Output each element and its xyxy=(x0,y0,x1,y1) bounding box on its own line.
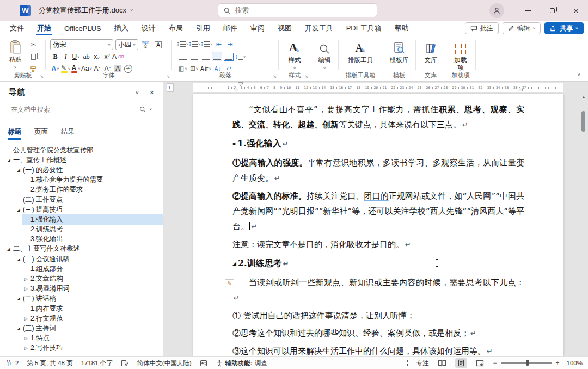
font-name-select[interactable]: 仿宋˅ xyxy=(50,39,113,50)
print-layout-button[interactable] xyxy=(455,358,467,368)
heading-marker-icon[interactable]: ▪ xyxy=(232,141,236,146)
collapse-triangle-icon[interactable]: ◢ xyxy=(14,326,23,331)
zoom-percentage[interactable]: 100% xyxy=(567,360,583,366)
nav-item[interactable]: 1.内在要求 xyxy=(22,304,163,313)
minimize-button[interactable] xyxy=(516,0,540,21)
phonetic-guide-button[interactable]: wén文 xyxy=(140,40,151,50)
font-dialog-launcher-icon[interactable]: ↘ xyxy=(166,74,170,79)
nav-item[interactable]: ◢二、主要写作文种概述 xyxy=(4,244,163,254)
expand-triangle-icon[interactable]: ▷ xyxy=(22,286,30,291)
nav-search-chevron-icon[interactable]: ˅ xyxy=(149,107,152,112)
numbering-button[interactable]: ˅ xyxy=(189,39,200,49)
strikethrough-button[interactable]: ab xyxy=(81,52,91,61)
font-size-select[interactable]: 小四˅ xyxy=(115,39,138,50)
zoom-in-button[interactable]: + xyxy=(556,359,560,367)
doc-paragraph[interactable]: “文似看山不喜平”，要提高文字工作能力，需抓住积累、思考、观察、实践、交流、转化… xyxy=(232,102,524,133)
horizontal-ruler[interactable]: 1234567891011121314151617181920212223242… xyxy=(193,83,564,92)
nav-item[interactable]: 3.强化输出 xyxy=(22,235,163,244)
ribbon-tab-OfficePLUS[interactable]: OfficePLUS xyxy=(58,21,108,36)
share-button[interactable]: 共享 ˅ xyxy=(544,22,584,34)
language-indicator[interactable]: 简体中文(中国大陆) xyxy=(137,359,192,367)
scroll-up-arrow-icon[interactable]: ▴ xyxy=(580,95,587,99)
styles-dialog-launcher-icon[interactable]: ↘ xyxy=(304,74,308,79)
tracked-change-icon[interactable]: ✎ xyxy=(225,279,234,287)
collapse-triangle-icon[interactable]: ◢ xyxy=(14,296,23,301)
copy-button[interactable] xyxy=(28,52,39,61)
align-right-button[interactable] xyxy=(200,52,211,61)
doc-paragraph[interactable]: 当读到或听到一些新观点、新知识或主要内容的时候，需要思考以下几点：↵ xyxy=(232,275,524,306)
nav-item[interactable]: ▷1.特点 xyxy=(22,334,163,343)
line-spacing-button[interactable]: ↕˅ xyxy=(235,52,246,61)
expand-triangle-icon[interactable]: ▷ xyxy=(22,346,30,350)
paste-button[interactable]: 粘贴 ˅ xyxy=(4,40,26,70)
doc-paragraph[interactable]: 注意：读完文章不是目的，消化吸收才是目的。↵ xyxy=(232,237,524,253)
nav-tab-标题[interactable]: 标题 xyxy=(8,127,21,140)
doc-paragraph[interactable]: ①提高输入的强度。平常有意识地积累，多读书学习、多观察生活，从而让量变产生质变。… xyxy=(232,155,524,186)
page-indicator[interactable]: 第 5 页, 共 48 页 xyxy=(27,359,72,367)
proofing-status-icon[interactable] xyxy=(121,359,129,367)
editing-mode-button[interactable]: 编辑 ˅ xyxy=(503,22,541,34)
nav-tab-页面[interactable]: 页面 xyxy=(34,127,48,140)
scrollbar-thumb[interactable] xyxy=(581,111,585,132)
bullets-button[interactable]: ˅ xyxy=(177,39,188,49)
ribbon-tab-PDF工具箱[interactable]: PDF工具箱 xyxy=(340,21,388,36)
nav-item[interactable]: 公共管理学院分党校宣传部 xyxy=(4,145,163,155)
nav-item[interactable]: (二) 工作要点 xyxy=(14,195,163,205)
account-avatar[interactable] xyxy=(489,3,504,18)
title-dropdown-chevron-icon[interactable]: ˅ xyxy=(130,8,133,13)
align-center-button[interactable] xyxy=(189,52,199,61)
nav-item[interactable]: 2.党务工作的要求 xyxy=(22,185,163,195)
doc-paragraph[interactable]: ②思考这个知识和过去的哪些知识、经验、案例类似，或是相反；↵ xyxy=(232,325,524,341)
collapse-triangle-icon[interactable]: ◢ xyxy=(4,247,13,251)
superscript-button[interactable]: x² xyxy=(102,52,112,61)
ribbon-tab-插入[interactable]: 插入 xyxy=(108,21,135,36)
ribbon-tab-引用[interactable]: 引用 xyxy=(189,21,217,36)
section-indicator[interactable]: 节: 2 xyxy=(5,359,19,367)
nav-item[interactable]: ▷2.文章结构 xyxy=(22,274,163,284)
doc-paragraph[interactable]: ②提高输入的标准。持续关注党口、团口的正规网站或文件，如“人民网”“中国共产党新… xyxy=(232,188,524,235)
nav-item[interactable]: ◢一、宣传工作概述 xyxy=(4,155,163,165)
nav-search-box[interactable]: ˅ xyxy=(7,103,156,115)
collapse-triangle-icon[interactable]: ◢ xyxy=(14,168,23,173)
nav-item[interactable]: 2.训练思考 xyxy=(22,225,163,235)
nav-item[interactable]: ◢(一) 的必要性 xyxy=(14,165,163,175)
cut-button[interactable]: ✂ xyxy=(28,40,39,50)
ribbon-tab-开始[interactable]: 开始 xyxy=(30,21,58,36)
doc-heading[interactable]: ▪1.强化输入↵ xyxy=(232,137,524,151)
nav-item[interactable]: ▷2.写作技巧 xyxy=(22,343,163,353)
character-border-button[interactable]: A xyxy=(153,40,163,50)
align-left-button[interactable] xyxy=(177,52,188,61)
comments-button[interactable]: 批注 xyxy=(465,22,499,34)
doc-paragraph[interactable]: ① 尝试用自己的话把这件事说清楚，让别人听懂； xyxy=(232,308,524,323)
zoom-slider-thumb[interactable] xyxy=(526,360,529,366)
nav-item[interactable]: 1.核心竞争力提升的需要 xyxy=(22,175,163,185)
ribbon-tab-文件[interactable]: 文件 xyxy=(3,21,30,36)
doc-heading[interactable]: ◢2.训练思考↵ xyxy=(232,256,524,271)
nav-item[interactable]: ◢(三) 提高技巧 xyxy=(14,205,163,214)
ribbon-tab-邮件[interactable]: 邮件 xyxy=(217,21,244,36)
nav-item[interactable]: ◢(一) 会议通讯稿 xyxy=(14,254,163,264)
heading-marker-icon[interactable]: ◢ xyxy=(232,261,236,266)
ribbon-tab-视图[interactable]: 视图 xyxy=(271,21,298,36)
nav-tab-结果[interactable]: 结果 xyxy=(61,127,75,140)
accessibility-status[interactable]: 辅助功能:调查 xyxy=(216,359,268,367)
zoom-out-button[interactable]: − xyxy=(493,359,497,367)
collapse-triangle-icon[interactable]: ◢ xyxy=(4,158,13,163)
search-input[interactable] xyxy=(235,7,371,14)
decrease-indent-button[interactable]: ⇤ xyxy=(213,39,224,49)
macro-record-icon[interactable] xyxy=(200,359,208,367)
nav-item[interactable]: ◢(三) 主持词 xyxy=(14,323,163,333)
vertical-scrollbar[interactable]: ▴ xyxy=(580,94,587,355)
editing-button[interactable]: 编辑 ˅ xyxy=(310,36,339,81)
ribbon-tab-帮助[interactable]: 帮助 xyxy=(388,21,415,36)
nav-pane-chevron-icon[interactable]: ˅ xyxy=(135,89,138,96)
collapse-triangle-icon[interactable]: ◢ xyxy=(14,257,23,262)
expand-triangle-icon[interactable]: ▷ xyxy=(22,316,30,321)
zoom-slider[interactable] xyxy=(501,362,552,363)
nav-pane-close-icon[interactable]: × xyxy=(150,88,154,97)
document-content[interactable]: “文似看山不喜平”，要提高文字工作能力，需抓住积累、思考、观察、实践、交流、转化… xyxy=(193,94,564,356)
subscript-button[interactable]: x₂ xyxy=(91,52,102,61)
justify-button[interactable] xyxy=(212,52,222,61)
nav-item[interactable]: ▷2.行文规范 xyxy=(22,313,163,323)
ribbon-tab-设计[interactable]: 设计 xyxy=(135,21,162,36)
